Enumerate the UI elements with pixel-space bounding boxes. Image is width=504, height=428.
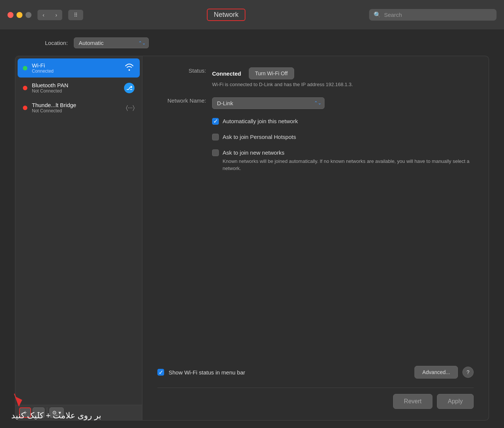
network-name-label: Network Name: — [157, 97, 206, 104]
status-value-area: Connected Turn Wi-Fi Off Wi-Fi is connec… — [212, 67, 353, 88]
personal-hotspot-section: Ask to join Personal Hotspots — [157, 134, 474, 140]
location-select-wrapper: Automatic Edit Locations... — [74, 37, 149, 48]
bluetooth-item-text: Bluetooth PAN Not Connected — [32, 82, 120, 94]
nav-buttons: ‹ › — [37, 10, 62, 20]
sidebar-item-bluetooth[interactable]: Bluetooth PAN Not Connected ⎇ — [18, 78, 140, 97]
show-wifi-row: ✓ Show Wi-Fi status in menu bar Advanced… — [157, 366, 474, 379]
thunderbolt-status-dot — [23, 106, 27, 110]
bluetooth-status-dot — [23, 86, 27, 90]
sidebar-item-wifi[interactable]: Wi-Fi Connected — [18, 58, 140, 78]
minimize-button[interactable] — [16, 12, 22, 18]
personal-hotspot-checkbox[interactable] — [212, 134, 219, 140]
new-networks-desc: Known networks will be joined automatica… — [212, 158, 474, 172]
back-button[interactable]: ‹ — [37, 10, 49, 20]
wifi-item-text: Wi-Fi Connected — [32, 62, 120, 74]
titlebar: ‹ › ⠿ Network 🔍 — [0, 0, 504, 30]
bluetooth-item-status: Not Connected — [32, 88, 120, 94]
content-area: Wi-Fi Connected Blueto — [15, 56, 489, 421]
new-networks-section: Ask to join new networks Known networks … — [157, 149, 474, 172]
close-button[interactable] — [7, 12, 13, 18]
personal-hotspot-row: Ask to join Personal Hotspots — [212, 134, 474, 140]
action-buttons: Revert Apply — [157, 388, 474, 409]
sidebar-list: Wi-Fi Connected Blueto — [15, 56, 142, 405]
show-wifi-checkbox[interactable]: ✓ — [157, 369, 164, 376]
wifi-item-name: Wi-Fi — [32, 62, 120, 69]
thunderbolt-item-name: Thunde...lt Bridge — [32, 102, 121, 108]
thunderbolt-item-text: Thunde...lt Bridge Not Connected — [32, 102, 121, 113]
checkmark-icon2: ✓ — [159, 369, 163, 376]
thunderbolt-icon: 〈···〉 — [126, 104, 135, 111]
sidebar: Wi-Fi Connected Blueto — [15, 56, 142, 421]
arrow-icon — [11, 391, 30, 409]
status-row: Status: Connected Turn Wi-Fi Off Wi-Fi i… — [157, 67, 474, 88]
main-area: Location: Automatic Edit Locations... Wi… — [0, 30, 504, 428]
location-bar: Location: Automatic Edit Locations... — [15, 37, 489, 48]
help-button[interactable]: ? — [462, 367, 474, 378]
detail-bottom: ✓ Show Wi-Fi status in menu bar Advanced… — [157, 366, 474, 409]
location-select[interactable]: Automatic Edit Locations... — [74, 37, 149, 48]
auto-join-row: ✓ Automatically join this network — [212, 118, 474, 125]
wifi-item-status: Connected — [32, 69, 120, 74]
status-value: Connected — [212, 70, 241, 77]
wifi-icon — [124, 63, 135, 73]
sidebar-item-thunderbolt[interactable]: Thunde...lt Bridge Not Connected 〈···〉 — [18, 98, 140, 117]
status-label: Status: — [157, 67, 206, 74]
checkmark-icon: ✓ — [213, 118, 218, 125]
search-bar: 🔍 — [369, 9, 497, 21]
turn-wifi-button[interactable]: Turn Wi-Fi Off — [249, 67, 294, 79]
network-name-select[interactable]: D-Link Other... — [212, 97, 325, 109]
annotation-text: بر روی علامت + کلیک کنید — [11, 411, 101, 421]
network-name-row: Network Name: D-Link Other... — [157, 97, 474, 109]
window-title: Network — [89, 9, 363, 21]
location-label: Location: — [45, 40, 68, 46]
auto-join-label: Automatically join this network — [223, 118, 298, 124]
revert-button[interactable]: Revert — [393, 394, 432, 409]
search-icon: 🔍 — [374, 11, 381, 18]
thunderbolt-item-status: Not Connected — [32, 108, 121, 113]
status-desc: Wi-Fi is connected to D-Link and has the… — [212, 81, 353, 88]
search-input[interactable] — [384, 12, 492, 18]
bluetooth-icon: ⎇ — [124, 83, 135, 93]
new-networks-label: Ask to join new networks — [223, 149, 284, 156]
grid-button[interactable]: ⠿ — [68, 10, 83, 20]
auto-join-checkbox[interactable]: ✓ — [212, 118, 219, 125]
wifi-status-dot — [23, 66, 27, 70]
traffic-lights — [7, 12, 31, 18]
show-wifi-label: Show Wi-Fi status in menu bar — [169, 369, 245, 376]
auto-join-section: ✓ Automatically join this network — [157, 118, 474, 125]
new-networks-checkbox[interactable] — [212, 149, 219, 156]
apply-button[interactable]: Apply — [437, 394, 474, 409]
network-name-select-wrapper: D-Link Other... — [212, 97, 325, 109]
zoom-button[interactable] — [25, 12, 31, 18]
new-networks-row: Ask to join new networks — [212, 149, 474, 156]
advanced-button[interactable]: Advanced... — [414, 366, 458, 379]
detail-panel: Status: Connected Turn Wi-Fi Off Wi-Fi i… — [142, 56, 489, 421]
bluetooth-item-name: Bluetooth PAN — [32, 82, 120, 88]
annotation-area: بر روی علامت + کلیک کنید — [11, 391, 101, 421]
personal-hotspot-label: Ask to join Personal Hotspots — [223, 134, 296, 140]
forward-button[interactable]: › — [50, 10, 62, 20]
